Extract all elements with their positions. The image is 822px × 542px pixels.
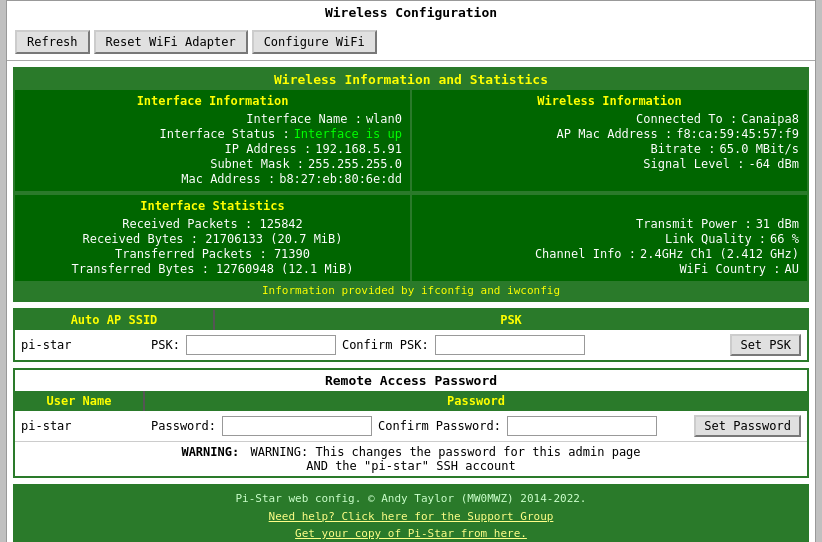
connected-to-row: Connected To : Canaipa8 [420,112,799,126]
warning-row: WARNING: WARNING: This changes the passw… [15,441,807,476]
set-password-button[interactable]: Set Password [694,415,801,437]
transferred-packets: Transferred Packets : 71390 [23,247,402,261]
password-label: Password: [151,419,216,433]
transferred-bytes: Transferred Bytes : 12760948 (12.1 MiB) [23,262,402,276]
ip-address-row: IP Address : 192.168.5.91 [23,142,402,156]
warning-text-1: WARNING: This changes the password for t… [250,445,640,459]
wireless-info-col: Wireless Information Connected To : Cana… [412,90,807,191]
interface-info-header: Interface Information [23,94,402,108]
link-quality-row: Link Quality : 66 % [420,232,799,246]
warning-bold: WARNING: [181,445,239,459]
wireless-stats-spacer [420,199,799,213]
info-footer: Information provided by ifconfig and iwc… [15,281,807,300]
transmit-power-row: Transmit Power : 31 dBm [420,217,799,231]
psk-label: PSK: [151,338,180,352]
psk-psk-header: PSK [215,310,807,330]
wireless-info-grid: Interface Information Interface Name : w… [15,90,807,191]
remote-username-value: pi-star [21,419,151,433]
bitrate-row: Bitrate : 65.0 MBit/s [420,142,799,156]
confirm-psk-input[interactable] [435,335,585,355]
wireless-stats-col: Transmit Power : 31 dBm Link Quality : 6… [412,193,807,281]
received-packets: Received Packets : 125842 [23,217,402,231]
confirm-password-input[interactable] [507,416,657,436]
confirm-password-label: Confirm Password: [378,419,501,433]
wifi-country-row: WiFi Country : AU [420,262,799,276]
interface-name-row: Interface Name : wlan0 [23,112,402,126]
signal-level-row: Signal Level : -64 dBm [420,157,799,171]
remote-access-section: Remote Access Password User Name Passwor… [13,368,809,478]
password-input[interactable] [222,416,372,436]
psk-fields: PSK: Confirm PSK: Set PSK [151,334,801,356]
psk-section: Auto AP SSID PSK pi-star PSK: Confirm PS… [13,308,809,362]
psk-data-row: pi-star PSK: Confirm PSK: Set PSK [15,330,807,360]
page-title: Wireless Configuration [7,1,815,24]
toolbar: Refresh Reset WiFi Adapter Configure WiF… [7,24,815,61]
received-bytes: Received Bytes : 21706133 (20.7 MiB) [23,232,402,246]
remote-title: Remote Access Password [15,370,807,391]
footer-line3[interactable]: Get your copy of Pi-Star from here. [19,525,803,542]
remote-username-header: User Name [15,391,145,411]
mac-address-row: Mac Address : b8:27:eb:80:6e:dd [23,172,402,186]
interface-stats-col: Interface Statistics Received Packets : … [15,193,412,281]
psk-ssid-value: pi-star [21,338,151,352]
footer-line2[interactable]: Need help? Click here for the Support Gr… [19,508,803,526]
reset-wifi-button[interactable]: Reset WiFi Adapter [94,30,248,54]
footer-line1: Pi-Star web config. © Andy Taylor (MW0MW… [19,490,803,508]
psk-header-row: Auto AP SSID PSK [15,310,807,330]
remote-data-row: pi-star Password: Confirm Password: Set … [15,411,807,441]
psk-ssid-header: Auto AP SSID [15,310,215,330]
interface-info-col: Interface Information Interface Name : w… [15,90,412,191]
wireless-info-section: Wireless Information and Statistics Inte… [13,67,809,302]
warning-text-2: AND the "pi-star" SSH account [306,459,516,473]
subnet-mask-row: Subnet Mask : 255.255.255.0 [23,157,402,171]
page-footer: Pi-Star web config. © Andy Taylor (MW0MW… [13,484,809,542]
wireless-info-header: Wireless Information [420,94,799,108]
remote-header-row: User Name Password [15,391,807,411]
confirm-psk-label: Confirm PSK: [342,338,429,352]
wireless-section-header: Wireless Information and Statistics [15,69,807,90]
remote-fields: Password: Confirm Password: Set Password [151,415,801,437]
interface-status-row: Interface Status : Interface is up [23,127,402,141]
set-psk-button[interactable]: Set PSK [730,334,801,356]
psk-input[interactable] [186,335,336,355]
ap-mac-row: AP Mac Address : f8:ca:59:45:57:f9 [420,127,799,141]
channel-info-row: Channel Info : 2.4GHz Ch1 (2.412 GHz) [420,247,799,261]
refresh-button[interactable]: Refresh [15,30,90,54]
configure-wifi-button[interactable]: Configure WiFi [252,30,377,54]
interface-stats-header: Interface Statistics [23,199,402,213]
remote-password-header: Password [145,391,807,411]
stats-grid: Interface Statistics Received Packets : … [15,191,807,281]
